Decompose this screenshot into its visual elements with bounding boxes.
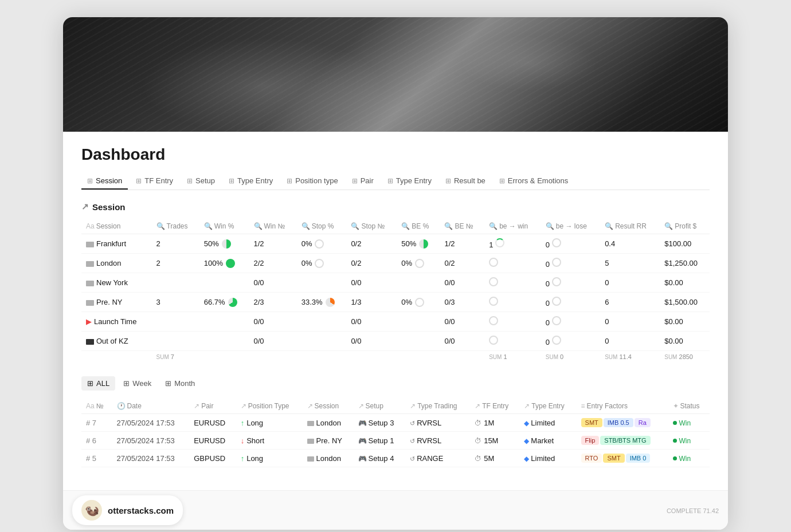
cell-be-pct: [397, 312, 440, 332]
cell-stop-no: 0/0: [346, 332, 397, 351]
cell-trade-type-trading: ↺RVRSL: [405, 432, 470, 450]
tab-type-entry-1-icon: ⊞: [229, 177, 234, 185]
tab-type-entry-2[interactable]: ⊞ Type Entry: [382, 173, 437, 190]
cell-trade-entry-factors: RTOSMTIMB 0: [577, 450, 668, 467]
tab-result-be[interactable]: ⊞ Result be: [440, 173, 491, 190]
cell-win-no: 0/0: [249, 273, 297, 293]
col-result-rr: 🔍Result RR: [600, 219, 660, 234]
section-arrow-icon: ↗: [81, 202, 89, 212]
cell-result-rr: 0: [600, 332, 660, 351]
trades-table: Aa№ 🕐Date ↗Pair ↗Position Type ↗Session …: [81, 399, 710, 467]
col-stop-pct: 🔍Stop %: [297, 219, 347, 234]
tab-setup[interactable]: ⊞ Setup: [181, 173, 221, 190]
trades-col-setup: ↗Setup: [354, 399, 406, 414]
cell-trade-tf-entry: ⏱15M: [470, 432, 519, 450]
cell-session: New York: [81, 273, 152, 293]
tab-week[interactable]: ⊞ Week: [118, 376, 157, 391]
tab-session[interactable]: ⊞ Session: [81, 173, 128, 190]
cell-profit: $0.00: [660, 332, 710, 351]
cell-trades: [152, 273, 199, 293]
trades-col-position-type: ↗Position Type: [236, 399, 303, 414]
cell-win-no: 0/0: [249, 312, 297, 332]
cell-trade-entry-factors: SMTIMB 0.5Ra: [577, 414, 668, 432]
cell-trade-status: Win: [668, 432, 710, 450]
cell-stop-no: 0/2: [346, 254, 397, 273]
trades-col-entry-factors: ≡Entry Factors: [577, 399, 668, 414]
tab-tf-entry[interactable]: ⊞ TF Entry: [130, 173, 179, 190]
cell-be-no: 0/3: [440, 293, 484, 312]
trades-col-session: ↗Session: [303, 399, 354, 414]
cell-trade-status: Win: [668, 450, 710, 467]
cell-trade-session: Pre. NY: [303, 432, 354, 450]
cell-stop-pct: 0%: [297, 254, 347, 273]
cell-result-rr: 6: [600, 293, 660, 312]
table-row: # 7 27/05/2024 17:53 EURUSD ↑Long London…: [81, 414, 710, 432]
cell-trade-pair: GBPUSD: [189, 450, 236, 467]
cell-be-win: [484, 293, 541, 312]
trades-col-tf-entry: ↗TF Entry: [470, 399, 519, 414]
col-win-no: 🔍Win №: [249, 219, 297, 234]
cell-trade-no: # 7: [81, 414, 112, 432]
cell-trade-type-entry: ◆Market: [519, 432, 576, 450]
cell-stop-pct: 33.3%: [297, 293, 347, 312]
cell-be-win: [484, 312, 541, 332]
cell-be-pct: [397, 273, 440, 293]
col-be-lose: 🔍be → lose: [541, 219, 600, 234]
cell-be-no: 1/2: [440, 234, 484, 254]
cell-trade-position: ↑Long: [236, 414, 303, 432]
cell-be-lose: 0: [541, 332, 600, 351]
table-row: # 5 27/05/2024 17:53 GBPUSD ↑Long London…: [81, 450, 710, 467]
cell-result-rr: 5: [600, 254, 660, 273]
cell-trades: [152, 332, 199, 351]
cell-win-pct: [199, 312, 249, 332]
cell-trade-type-entry: ◆Limited: [519, 414, 576, 432]
tab-result-be-icon: ⊞: [445, 177, 451, 185]
complete-label: COMPLETE 71.42: [667, 505, 719, 515]
cell-stop-pct: [297, 273, 347, 293]
cell-stop-pct: [297, 332, 347, 351]
main-content: Dashboard ⊞ Session ⊞ TF Entry ⊞ Setup ⊞…: [63, 132, 728, 490]
cell-trade-setup: 🎮Setup 3: [354, 414, 406, 432]
tab-type-entry-1[interactable]: ⊞ Type Entry: [223, 173, 279, 190]
tab-month[interactable]: ⊞ Month: [159, 376, 201, 391]
tab-all[interactable]: ⊞ ALL: [81, 376, 115, 391]
cell-be-lose: 0: [541, 273, 600, 293]
cell-profit: $100.00: [660, 234, 710, 254]
cell-result-rr: 0.4: [600, 234, 660, 254]
tab-pair-icon: ⊞: [352, 177, 358, 185]
tab-type-entry-2-icon: ⊞: [387, 177, 393, 185]
trades-col-no: Aa№: [81, 399, 112, 414]
cell-win-no: 1/2: [249, 234, 297, 254]
cell-trade-position: ↓Short: [236, 432, 303, 450]
app-window: Dashboard ⊞ Session ⊞ TF Entry ⊞ Setup ⊞…: [63, 17, 728, 530]
cell-profit: $0.00: [660, 312, 710, 332]
table-row: Frankfurt 2 50% 1/2 0% 0/2 50% 1/2 1: [81, 234, 710, 254]
cell-session: London: [81, 254, 152, 273]
cell-be-no: 0/0: [440, 332, 484, 351]
bottom-bar: 🦦 otterstacks.com COMPLETE 71.42: [63, 490, 728, 530]
cell-trades: 2: [152, 234, 199, 254]
cell-trade-type-trading: ↺RVRSL: [405, 414, 470, 432]
tab-errors-icon: ⊞: [499, 177, 505, 185]
cell-be-pct: 0%: [397, 254, 440, 273]
trades-col-type-trading: ↗Type Trading: [405, 399, 470, 414]
cell-win-pct: 66.7%: [199, 293, 249, 312]
col-profit: 🔍Profit $: [660, 219, 710, 234]
cell-trade-pair: EURUSD: [189, 432, 236, 450]
cell-win-no: 2/2: [249, 254, 297, 273]
tab-position-type[interactable]: ⊞ Position type: [281, 173, 343, 190]
cell-trade-tf-entry: ⏱5M: [470, 450, 519, 467]
cell-trades: 3: [152, 293, 199, 312]
cell-profit: $1,500.00: [660, 293, 710, 312]
cell-be-lose: 0: [541, 312, 600, 332]
hero-image: [63, 17, 728, 132]
cell-be-win: 1: [484, 234, 541, 254]
main-tabs: ⊞ Session ⊞ TF Entry ⊞ Setup ⊞ Type Entr…: [81, 173, 710, 190]
cell-be-no: 0/2: [440, 254, 484, 273]
cell-profit: $0.00: [660, 273, 710, 293]
cell-trades: 2: [152, 254, 199, 273]
tab-pair[interactable]: ⊞ Pair: [346, 173, 379, 190]
tab-errors[interactable]: ⊞ Errors & Emotions: [494, 173, 574, 190]
cell-stop-no: 0/2: [346, 234, 397, 254]
cell-be-lose: 0: [541, 234, 600, 254]
